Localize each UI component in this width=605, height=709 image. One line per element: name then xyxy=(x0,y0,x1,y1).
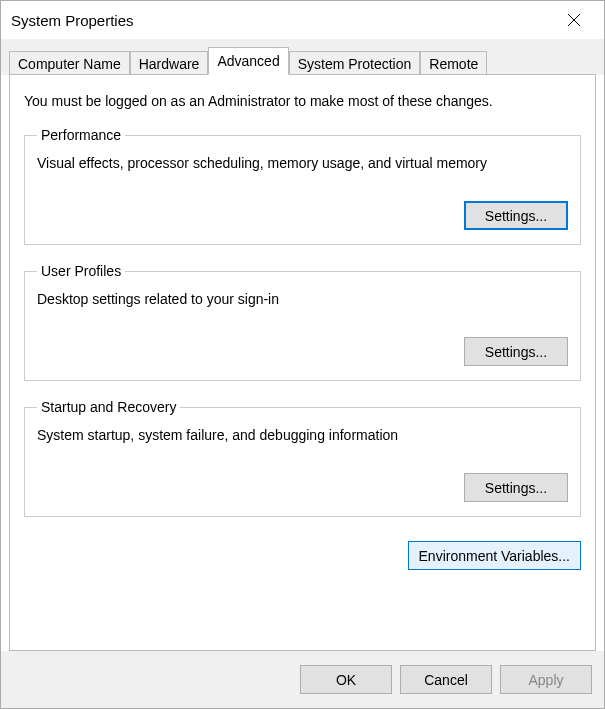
group-startup-recovery-legend: Startup and Recovery xyxy=(37,399,180,415)
titlebar: System Properties xyxy=(1,1,604,39)
group-performance-legend: Performance xyxy=(37,127,125,143)
tab-computer-name[interactable]: Computer Name xyxy=(9,51,130,76)
environment-variables-button[interactable]: Environment Variables... xyxy=(408,541,581,570)
tab-content-advanced: You must be logged on as an Administrato… xyxy=(9,74,596,651)
tab-hardware[interactable]: Hardware xyxy=(130,51,209,76)
group-startup-recovery-desc: System startup, system failure, and debu… xyxy=(37,427,568,443)
env-row: Environment Variables... xyxy=(24,541,581,570)
user-profiles-settings-button[interactable]: Settings... xyxy=(464,337,568,366)
tab-system-protection[interactable]: System Protection xyxy=(289,51,421,76)
apply-button[interactable]: Apply xyxy=(500,665,592,694)
performance-settings-button[interactable]: Settings... xyxy=(464,201,568,230)
tab-advanced[interactable]: Advanced xyxy=(208,47,288,75)
tabs: Computer Name Hardware Advanced System P… xyxy=(9,47,596,75)
cancel-button[interactable]: Cancel xyxy=(400,665,492,694)
window-title: System Properties xyxy=(11,12,134,29)
group-user-profiles-desc: Desktop settings related to your sign-in xyxy=(37,291,568,307)
group-startup-recovery-btn-row: Settings... xyxy=(37,473,568,502)
system-properties-window: System Properties Computer Name Hardware… xyxy=(0,0,605,709)
admin-note: You must be logged on as an Administrato… xyxy=(24,93,581,109)
close-button[interactable] xyxy=(554,6,594,34)
group-user-profiles-btn-row: Settings... xyxy=(37,337,568,366)
group-user-profiles-legend: User Profiles xyxy=(37,263,125,279)
group-performance: Performance Visual effects, processor sc… xyxy=(24,127,581,245)
bottom-bar: OK Cancel Apply xyxy=(1,651,604,708)
tabs-area: Computer Name Hardware Advanced System P… xyxy=(1,39,604,75)
close-icon xyxy=(567,13,581,27)
group-startup-recovery: Startup and Recovery System startup, sys… xyxy=(24,399,581,517)
tab-remote[interactable]: Remote xyxy=(420,51,487,76)
ok-button[interactable]: OK xyxy=(300,665,392,694)
startup-recovery-settings-button[interactable]: Settings... xyxy=(464,473,568,502)
group-performance-desc: Visual effects, processor scheduling, me… xyxy=(37,155,568,171)
group-user-profiles: User Profiles Desktop settings related t… xyxy=(24,263,581,381)
group-performance-btn-row: Settings... xyxy=(37,201,568,230)
